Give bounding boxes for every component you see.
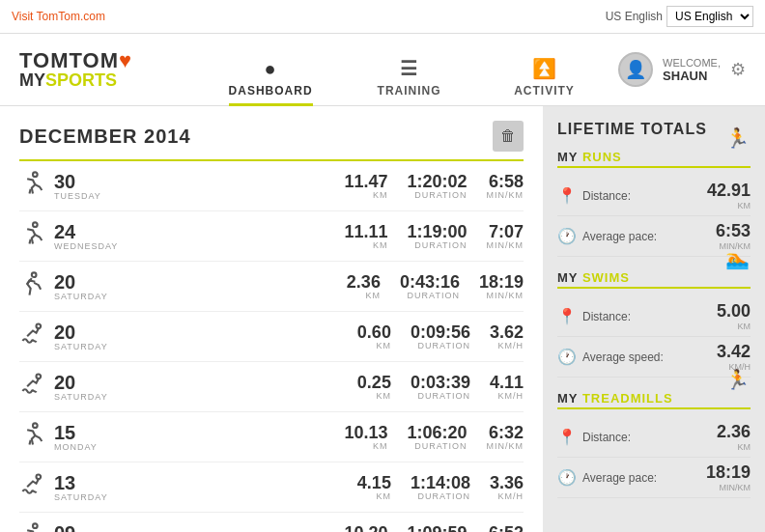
activity-icon: ⏫: [532, 57, 557, 80]
runs-distance-value-block: 42.91 KM: [707, 181, 751, 210]
distance-unit: KM: [344, 240, 387, 250]
activity-day: 24: [54, 222, 122, 241]
treadmills-distance-row: 📍 Distance: 2.36 KM: [557, 417, 751, 458]
runs-my: MY: [557, 150, 582, 164]
run-icon: 🏃: [725, 126, 751, 150]
logo-sports: SPORTS: [45, 70, 117, 90]
language-selector[interactable]: US English US English: [606, 6, 753, 27]
duration-value: 0:03:39: [411, 374, 470, 391]
map-icon-3: 📍: [557, 428, 577, 446]
distance-value: 11.47: [344, 173, 387, 190]
distance-value: 11.11: [344, 223, 387, 240]
duration-block: 1:09:59 DURATION: [407, 524, 467, 533]
activity-weekday: SATURDAY: [54, 342, 122, 351]
svg-point-2: [32, 272, 37, 277]
tab-activity[interactable]: ⏫ ACTIVITY: [506, 57, 583, 105]
activity-weekday: MONDAY: [54, 442, 122, 452]
activity-date: 20 SATURDAY: [54, 272, 122, 301]
duration-value: 1:19:00: [407, 223, 467, 240]
activity-row[interactable]: 09 TUESDAY 10.20 KM 1:09:59 DURATION 6:5…: [19, 513, 524, 532]
runs-pace-unit: MIN/KM: [716, 241, 751, 251]
activity-row[interactable]: 13 SATURDAY 4.15 KM 1:14:08 DURATION 3.3…: [19, 462, 524, 513]
distance-value: 4.15: [357, 474, 391, 491]
swims-distance-value-block: 5.00 KM: [717, 301, 751, 331]
pace-unit: KM/H: [490, 341, 524, 350]
tab-dashboard[interactable]: ● DASHBOARD: [229, 58, 313, 105]
distance-unit: KM: [357, 491, 391, 501]
activity-stats: 0.25 KM 0:03:39 DURATION 4.11 KM/H: [122, 374, 524, 401]
activity-date: 09 TUESDAY: [54, 523, 122, 533]
swims-speed-value-block: 3.42 KM/H: [717, 342, 751, 372]
runs-pace-value-block: 6:53 MIN/KM: [716, 221, 751, 251]
activity-row[interactable]: 15 MONDAY 10.13 KM 1:06:20 DURATION 6:32…: [19, 412, 524, 462]
activity-row[interactable]: 20 SATURDAY 0.25 KM 0:03:39 DURATION 4.1…: [19, 362, 524, 412]
activity-day: 09: [54, 523, 122, 533]
treadmills-pace-label: 🕐 Average pace:: [557, 468, 657, 487]
pace-value: 6:32: [487, 424, 524, 441]
activity-stats: 10.20 KM 1:09:59 DURATION 6:52 MIN/KM: [122, 524, 524, 533]
distance-unit: KM: [344, 190, 387, 200]
activity-day: 20: [54, 322, 122, 342]
treadmills-pace-value: 18:19: [706, 462, 751, 482]
runs-section: MY RUNS 🏃 📍 Distance: 42.91 KM 🕐 Average…: [557, 150, 751, 257]
pace-unit: MIN/KM: [487, 441, 524, 451]
user-area: 👤 WELCOME, SHAUN ⚙: [618, 52, 765, 87]
activity-stats: 0.60 KM 0:09:56 DURATION 3.62 KM/H: [122, 323, 524, 350]
activity-weekday: WEDNESDAY: [54, 241, 122, 251]
activity-type-icon: [19, 371, 54, 404]
pace-block: 18:19 MIN/KM: [479, 273, 524, 300]
pace-block: 6:58 MIN/KM: [487, 173, 524, 200]
activity-row[interactable]: 30 TUESDAY 11.47 KM 1:20:02 DURATION 6:5…: [19, 161, 524, 211]
pace-block: 6:52 MIN/KM: [487, 524, 524, 533]
swims-speed-row: 🕐 Average speed: 3.42 KM/H: [557, 337, 751, 378]
tab-dashboard-label: DASHBOARD: [229, 84, 313, 98]
activity-date: 30 TUESDAY: [54, 172, 122, 201]
duration-label: DURATION: [400, 291, 460, 300]
activity-row[interactable]: 20 SATURDAY 0.60 KM 0:09:56 DURATION 3.6…: [19, 312, 524, 362]
treadmills-distance-value: 2.36: [717, 422, 751, 441]
duration-value: 0:43:16: [400, 273, 460, 291]
treadmills-title: MY TREADMILLS 🏃: [557, 391, 751, 406]
distance-value: 10.13: [344, 424, 387, 441]
duration-block: 0:03:39 DURATION: [411, 374, 470, 401]
distance-unit: KM: [357, 341, 391, 350]
activity-date: 20 SATURDAY: [54, 322, 122, 351]
duration-label: DURATION: [411, 391, 470, 401]
lang-dropdown[interactable]: US English: [666, 6, 753, 27]
nav-tabs: ● DASHBOARD ☰ TRAINING ⏫ ACTIVITY: [193, 34, 618, 105]
treadmills-section: MY TREADMILLS 🏃 📍 Distance: 2.36 KM 🕐 Av…: [557, 391, 751, 498]
settings-icon[interactable]: ⚙: [730, 59, 746, 80]
visit-link[interactable]: Visit TomTom.com: [12, 10, 105, 23]
runs-pace-label: 🕐 Average pace:: [557, 227, 657, 245]
pace-value: 7:07: [487, 223, 524, 240]
duration-label: DURATION: [407, 441, 467, 451]
duration-value: 1:20:02: [407, 173, 467, 190]
lifetime-title: LIFETIME TOTALS: [557, 121, 751, 138]
distance-value: 2.36: [347, 273, 381, 291]
svg-point-3: [37, 323, 42, 328]
activity-stats: 11.47 KM 1:20:02 DURATION 6:58 MIN/KM: [122, 173, 524, 200]
activity-date: 15 MONDAY: [54, 423, 122, 452]
map-icon-2: 📍: [557, 307, 577, 325]
pace-unit: MIN/KM: [479, 291, 524, 300]
header: TOMTOM♥ MYSPORTS ● DASHBOARD ☰ TRAINING …: [0, 34, 765, 106]
runs-distance-row: 📍 Distance: 42.91 KM: [557, 176, 751, 216]
training-icon: ☰: [400, 57, 418, 80]
activity-type-icon: [19, 220, 54, 253]
activity-row[interactable]: 20 SATURDAY 2.36 KM 0:43:16 DURATION 18:…: [19, 262, 524, 312]
runs-pace-value: 6:53: [716, 221, 751, 240]
tab-training[interactable]: ☰ TRAINING: [371, 57, 448, 105]
distance-block: 0.25 KM: [357, 374, 391, 401]
duration-block: 0:43:16 DURATION: [400, 273, 460, 300]
avatar: 👤: [618, 52, 653, 87]
user-info: WELCOME, SHAUN: [663, 57, 721, 83]
duration-value: 1:09:59: [407, 524, 467, 533]
svg-point-7: [33, 523, 38, 528]
activity-row[interactable]: 24 WEDNESDAY 11.11 KM 1:19:00 DURATION 7…: [19, 211, 524, 262]
activity-type-icon: [19, 421, 54, 454]
delete-button[interactable]: 🗑: [493, 121, 524, 152]
pace-value: 6:52: [487, 524, 524, 533]
swims-distance-label: 📍 Distance:: [557, 307, 631, 325]
speedometer-icon-3: 🕐: [557, 468, 577, 487]
duration-block: 1:19:00 DURATION: [407, 223, 467, 250]
